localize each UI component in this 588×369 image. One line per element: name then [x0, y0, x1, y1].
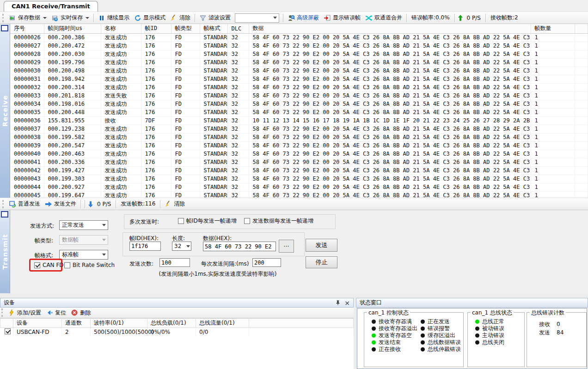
show-error-frames-button[interactable]: 显示错误帧	[321, 13, 363, 23]
cell: 000.129.238	[44, 125, 101, 133]
receive-side-strip[interactable]: Receive	[0, 24, 10, 198]
table-row[interactable]: 00000036155.831.955接收7DFFDSTANDARD3210 1…	[10, 116, 588, 125]
cell: 58 4F 60 73 22 90 E2 00 20 5A 4E C3 26 8…	[249, 150, 531, 158]
table-row[interactable]: 00000039000.200.547发送成功176FDSTANDARD3258…	[10, 141, 588, 150]
send-button[interactable]: 发送	[306, 239, 337, 252]
column-header[interactable]: 帧数量	[531, 24, 575, 33]
transmit-side-strip[interactable]: Transmit	[0, 210, 10, 293]
clear-transmit-button[interactable]: 清除	[162, 199, 187, 209]
cell: STANDARD	[200, 42, 227, 50]
table-row[interactable]: 00000031000.198.942发送成功176FDSTANDARD3258…	[10, 75, 588, 83]
table-row[interactable]: 00000032000.200.314发送成功176FDSTANDARD3258…	[10, 83, 588, 91]
device-row[interactable]: USBCAN-FD 2 500(500)/1000(5000) 0%/0% 0/…	[0, 328, 354, 336]
length-select[interactable]: 32	[172, 242, 191, 251]
cell: 000.200.463	[44, 150, 101, 158]
close-icon[interactable]: ×	[344, 300, 350, 306]
cell: 发送成功	[101, 158, 141, 166]
continue-display-button[interactable]: 继续显示	[96, 13, 132, 23]
column-header[interactable]: 序号	[10, 24, 44, 33]
column-header[interactable]: 设备	[13, 319, 62, 328]
column-header[interactable]: 帧类型	[171, 24, 200, 33]
table-row[interactable]: 00000045000.199.647发送成功176FDSTANDARD3258…	[10, 191, 588, 198]
cell: 发送成功	[101, 42, 141, 50]
cell: 000.200.547	[44, 141, 101, 150]
column-header[interactable]: 通道数	[62, 319, 91, 328]
save-data-button[interactable]: 保存数据	[6, 13, 49, 23]
cell: 32	[227, 83, 249, 91]
can-fd-checkbox[interactable]: CAN FD	[34, 262, 64, 268]
add-settings-button[interactable]: 添加/设置	[6, 308, 43, 318]
increment-data-checkbox[interactable]: 发送数据每发送一帧递增	[244, 217, 313, 225]
table-row[interactable]: 00000026000.200.386发送成功176FDSTANDARD3258…	[10, 33, 588, 42]
broom-icon	[165, 200, 172, 208]
table-row[interactable]: 00000038000.199.582发送成功176FDSTANDARD3258…	[10, 133, 588, 141]
table-row[interactable]: 00000027000.200.472发送成功176FDSTANDARD3258…	[10, 42, 588, 50]
filler-cell	[575, 133, 588, 141]
cell: FD	[171, 100, 200, 108]
cell: 00000031	[10, 75, 44, 83]
cell: 176	[141, 125, 171, 133]
column-header[interactable]: 总线负载(0/1)	[147, 319, 196, 328]
send-mode-select[interactable]: 正常发送	[59, 220, 108, 230]
column-header[interactable]: 总线流量(0/1)	[196, 319, 249, 328]
column-header[interactable]: 帧间隔时间us	[44, 24, 101, 33]
normal-send-button[interactable]: 普通发送	[6, 199, 43, 209]
frame-format-select[interactable]: 标准帧	[59, 250, 108, 260]
send-interval-input[interactable]	[252, 258, 281, 267]
receive-pps: 0 P/S	[464, 15, 484, 21]
table-row[interactable]: 00000028000.200.030发送成功176FDSTANDARD3258…	[10, 50, 588, 58]
table-row[interactable]: 00000029000.199.796发送成功176FDSTANDARD3258…	[10, 58, 588, 67]
send-interval-note: (发送间隔最小1ms,实际发送速度受波特率影响)	[129, 270, 307, 278]
stop-button[interactable]: 停止	[306, 256, 337, 268]
merge-channels-icon	[365, 14, 373, 22]
delete-button[interactable]: 删除	[68, 308, 93, 318]
toolbar-separator	[283, 14, 283, 22]
table-row[interactable]: 00000040000.200.463发送成功176FDSTANDARD3258…	[10, 150, 588, 158]
advanced-mask-button[interactable]: 高级屏蔽	[285, 13, 321, 23]
table-row[interactable]: 00000033000.201.818发送失败176FDSTANDARD3258…	[10, 91, 588, 100]
tab-can1-receive-transmit[interactable]: CAN1 Receive/Transmit	[4, 1, 98, 12]
column-header[interactable]: 帧ID	[141, 24, 171, 33]
cell: 发送成功	[101, 50, 141, 58]
table-row[interactable]: 00000041000.200.336发送成功176FDSTANDARD3258…	[10, 158, 588, 166]
reset-button[interactable]: 复位	[43, 308, 68, 318]
filter-preset-combobox[interactable]	[235, 13, 279, 23]
table-row[interactable]: 00000030000.200.498发送成功176FDSTANDARD3258…	[10, 67, 588, 75]
data-hex-input[interactable]	[203, 242, 276, 251]
filter-settings-button[interactable]: 滤波设置	[197, 13, 233, 23]
column-header[interactable]: 帧格式	[200, 24, 227, 33]
column-header[interactable]: 数据	[249, 24, 531, 33]
column-header[interactable]: DLC	[227, 24, 249, 33]
led-off-icon	[475, 327, 479, 331]
frame-id-input[interactable]	[129, 242, 161, 251]
bit-rate-switch-checkbox[interactable]: Bit Rate Switch	[64, 262, 115, 268]
table-row[interactable]: 00000042000.199.427发送成功176FDSTANDARD3258…	[10, 166, 588, 175]
dual-channel-merge-button[interactable]: 双通道合并	[363, 13, 404, 23]
filler-cell	[575, 50, 588, 58]
column-header[interactable]: 波特率(0/1)	[91, 319, 147, 328]
cell: 000.200.030	[44, 50, 101, 58]
frame-type-select[interactable]: 数据帧	[59, 235, 108, 245]
clear-receive-button[interactable]: 清除	[168, 13, 193, 23]
up-arrow-icon	[457, 14, 464, 22]
table-row[interactable]: 00000044000.200.927发送成功176FDSTANDARD3258…	[10, 183, 588, 191]
table-row[interactable]: 00000034000.198.016发送成功176FDSTANDARD3258…	[10, 100, 588, 108]
send-file-button[interactable]: 发送文件	[43, 199, 79, 209]
table-row[interactable]: 00000037000.129.238发送成功176FDSTANDARD3258…	[10, 125, 588, 133]
cell: 00000045	[10, 191, 44, 198]
cell: 32	[227, 125, 249, 133]
send-count-input[interactable]	[159, 258, 190, 267]
device-checkbox[interactable]	[5, 328, 11, 334]
realtime-save-button[interactable]: 实时保存	[49, 13, 92, 23]
data-browse-button[interactable]: ···	[279, 240, 294, 253]
increment-id-checkbox[interactable]: 帧ID每发送一帧递增	[178, 217, 237, 225]
display-mode-button[interactable]: 显示模式	[132, 13, 168, 23]
tx-error-label: 发送	[539, 329, 557, 337]
pin-icon[interactable]	[335, 300, 341, 306]
led-off-icon	[421, 347, 425, 351]
horizontal-splitter[interactable]	[0, 293, 588, 298]
table-row[interactable]: 00000043000.199.303发送成功176FDSTANDARD3258…	[10, 175, 588, 183]
led-off-icon	[421, 320, 425, 324]
column-header[interactable]: 名称	[101, 24, 141, 33]
table-row[interactable]: 00000035000.200.448发送成功176FDSTANDARD3258…	[10, 108, 588, 116]
